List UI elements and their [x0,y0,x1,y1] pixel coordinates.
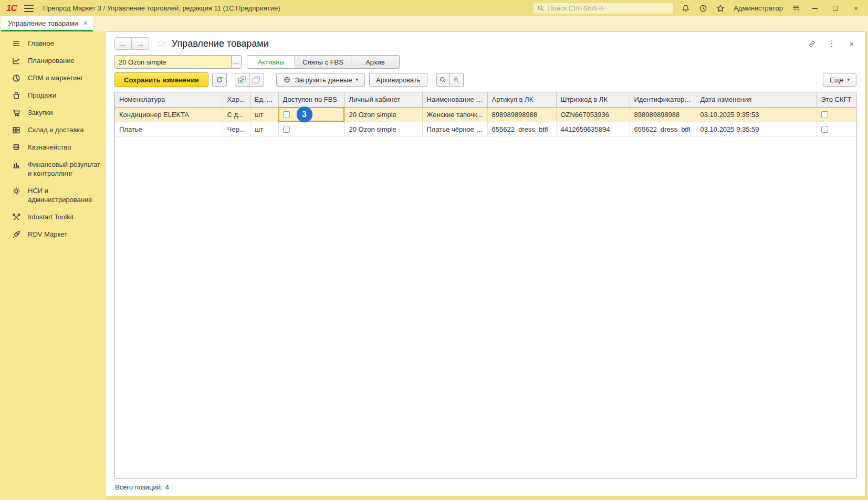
column-header-fbs-available[interactable]: Доступен по FBS [278,92,344,107]
cancel-search-button[interactable] [450,73,464,87]
cell-barcode[interactable]: OZN667053936 [556,107,630,122]
titlebar: 1С Препрод Маркет 3 / Управление торговл… [0,0,868,16]
chevron-down-icon: ▾ [847,77,850,82]
back-button[interactable]: ← [114,37,132,50]
column-header-barcode[interactable]: Штрихкод в ЛК [556,92,630,107]
favorite-page-star-icon[interactable]: ☆ [156,37,166,50]
sidebar-item-label: Infostart Toolkit [28,213,74,222]
tab-product-management[interactable]: Управление товарами × [1,16,93,31]
column-header-cabinet[interactable]: Личный кабинет [344,92,422,107]
sidebar-item-7[interactable]: Финансовый результат и контроллинг [0,156,106,183]
column-header-nomenclature[interactable]: Номенклатура [115,92,223,107]
column-header-skgt[interactable]: Это СКГТ [817,92,856,107]
column-header-characteristic[interactable]: Хар... [223,92,250,107]
sidebar-item-4[interactable]: Закупки [0,104,106,122]
save-changes-button[interactable]: Сохранить изменения [114,72,208,87]
window-minimize-button[interactable] [808,3,822,14]
cell-article[interactable]: 898989898988 [487,107,556,122]
sidebar-item-label: CRM и маркетинг [28,74,83,83]
refresh-button[interactable] [212,73,227,87]
sidebar-item-label: Главное [28,39,54,48]
warehouse-grid-icon [12,125,21,135]
cart-icon [12,108,21,118]
cell-nomenclature[interactable]: Кондиционер ELEKTA [115,107,223,122]
view-tab-2[interactable]: Архив [351,55,400,69]
sidebar-item-3[interactable]: Продажи [0,87,106,104]
sidebar-item-8[interactable]: НСИ и администрирование [0,183,106,209]
sidebar-item-label: RDV Маркет [28,230,67,239]
history-icon[interactable] [698,3,708,14]
more-button[interactable]: Еще ▾ [823,73,856,87]
tab-close-icon[interactable]: × [83,19,88,27]
cell-cabinet[interactable]: 20 Ozon simple [344,122,422,136]
cell-unit[interactable]: шт [250,122,278,136]
cell-barcode[interactable]: 4412659635894 [556,122,630,136]
cell-nomenclature[interactable]: Платье [115,122,223,136]
sidebar-item-10[interactable]: RDV Маркет [0,226,106,243]
functions-menu-icon[interactable] [791,3,801,14]
cell-skgt[interactable] [817,122,856,136]
archive-button[interactable]: Архивировать [369,73,427,87]
forward-button[interactable]: → [132,37,149,50]
cell-characteristic[interactable]: С д... [223,107,250,122]
column-header-unit[interactable]: Ед. ... [250,92,278,107]
column-header-identifier[interactable]: Идентификатор в... [630,92,696,107]
search-table-button[interactable] [436,73,450,87]
sidebar-item-label: Финансовый результат и контроллинг [28,161,102,178]
favorites-star-icon[interactable] [715,3,726,14]
global-search-input[interactable] [548,4,670,12]
fbs-available-checkbox[interactable] [283,126,290,133]
table-row[interactable]: ПлатьеЧер...шт20 Ozon simpleПлатье чёрно… [115,122,856,136]
cell-unit[interactable]: шт [250,107,278,122]
sidebar-item-label: Продажи [28,91,56,100]
sidebar-item-label: НСИ и администрирование [28,187,102,205]
sidebar-item-2[interactable]: CRM и маркетинг [0,70,106,87]
window-close-button[interactable]: × [849,3,863,14]
notifications-bell-icon[interactable] [681,3,691,14]
app-window: { "titlebar": { "logo": "1С", "app_title… [0,0,868,500]
products-table: НоменклатураХар...Ед. ...Доступен по FBS… [115,92,856,137]
cell-skgt[interactable] [817,107,856,122]
shopping-bag-icon [12,91,21,100]
load-data-button[interactable]: Загрузить данные ▾ [276,73,365,87]
cell-marketplace-name[interactable]: Платье чёрное к... [422,122,487,136]
sidebar-item-5[interactable]: Склад и доставка [0,122,106,139]
view-tab-0[interactable]: Активны [247,55,295,69]
cell-fbs-available[interactable] [278,122,344,136]
chevron-down-icon: ▾ [355,77,358,82]
cabinet-filter-input[interactable] [114,55,231,69]
sidebar-item-9[interactable]: Infostart Toolkit [0,209,106,226]
cell-identifier[interactable]: 655622_dress_btfl [630,122,696,136]
cell-cabinet[interactable]: 20 Ozon simple [344,107,422,122]
cell-identifier[interactable]: 898989898988 [630,107,696,122]
column-header-marketplace-name[interactable]: Наименование в... [422,92,487,107]
check-all-button[interactable] [235,73,249,87]
toolbar: Сохранить изменения Загрузить данные ▾ А… [114,72,856,87]
more-actions-icon[interactable]: ⋮ [827,39,836,48]
get-link-icon[interactable] [807,39,817,48]
column-header-modified[interactable]: Дата изменения [696,92,817,107]
current-user[interactable]: Администратор [734,4,783,12]
close-form-icon[interactable]: × [847,39,856,48]
cell-characteristic[interactable]: Чер... [223,122,250,136]
cell-fbs-available[interactable]: 3 [278,107,344,122]
choose-button[interactable]: ... [231,55,242,69]
column-header-article[interactable]: Артикул в ЛК [487,92,556,107]
skgt-checkbox[interactable] [821,126,828,133]
view-tab-1[interactable]: Сняты с FBS [295,55,351,69]
sidebar-item-0[interactable]: Главное [0,35,106,52]
fbs-available-checkbox[interactable] [283,111,290,118]
skgt-checkbox[interactable] [821,111,828,118]
cell-marketplace-name[interactable]: Женские тапочк... [422,107,487,122]
sidebar-item-1[interactable]: Планирование [0,52,106,70]
pie-chart-icon [12,73,21,83]
window-maximize-button[interactable] [829,3,842,14]
cell-modified[interactable]: 03.10.2025 9:35:59 [696,122,817,136]
sidebar-item-6[interactable]: Казначейство [0,139,106,156]
global-search[interactable] [533,3,674,14]
cell-modified[interactable]: 03.10.2025 9:35:53 [696,107,817,122]
main-menu-icon[interactable] [24,5,34,12]
table-row[interactable]: Кондиционер ELEKTAС д...шт320 Ozon simpl… [115,107,856,122]
uncheck-all-button[interactable] [249,73,264,87]
cell-article[interactable]: 655622_dress_btfl [487,122,556,136]
